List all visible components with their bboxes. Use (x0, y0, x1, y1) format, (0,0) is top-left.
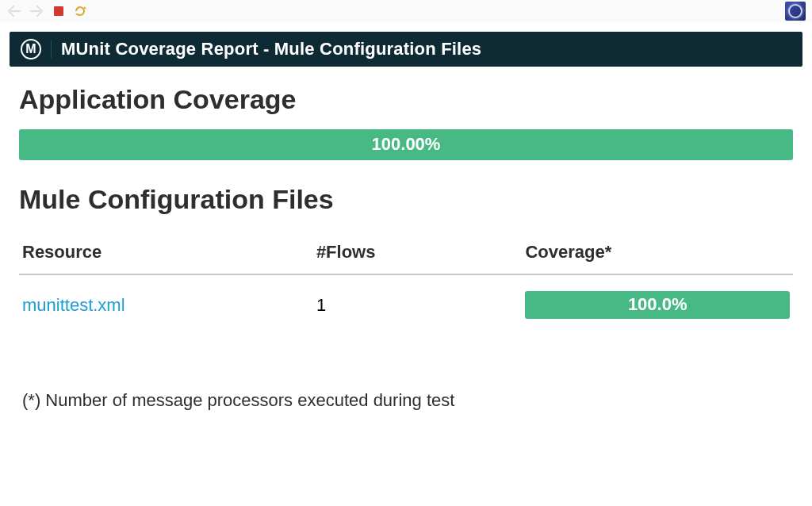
page-title: MUnit Coverage Report - Mule Configurati… (61, 39, 481, 59)
col-flows: #Flows (313, 234, 523, 274)
divider (51, 40, 52, 58)
flows-cell: 1 (313, 274, 523, 335)
refresh-icon (74, 5, 88, 17)
refresh-button[interactable] (73, 3, 89, 19)
footnote: (*) Number of message processors execute… (19, 390, 793, 411)
resource-link[interactable]: munittest.xml (22, 295, 125, 315)
files-heading: Mule Configuration Files (19, 184, 793, 215)
arrow-right-icon (30, 6, 43, 17)
stop-icon (53, 6, 64, 17)
report-container: M MUnit Coverage Report - Mule Configura… (10, 32, 802, 411)
mulesoft-logo-icon: M (21, 39, 41, 59)
report-header: M MUnit Coverage Report - Mule Configura… (10, 32, 802, 67)
report-body: Application Coverage 100.00% Mule Config… (10, 67, 802, 411)
col-coverage: Coverage* (522, 234, 793, 274)
application-coverage-value: 100.00% (372, 134, 441, 154)
svg-rect-0 (54, 6, 63, 16)
files-table: Resource #Flows Coverage* munittest.xml … (19, 234, 793, 335)
application-coverage-heading: Application Coverage (19, 84, 793, 115)
back-button[interactable] (6, 3, 22, 19)
table-row: munittest.xml 1 100.0% (19, 274, 793, 335)
eclipse-logo-icon (785, 2, 806, 21)
stop-button[interactable] (51, 3, 67, 19)
ide-toolbar (0, 0, 812, 22)
forward-button[interactable] (29, 3, 44, 19)
col-resource: Resource (19, 234, 313, 274)
row-coverage-value: 100.0% (628, 294, 688, 314)
application-coverage-bar: 100.00% (19, 129, 793, 160)
row-coverage-bar: 100.0% (525, 291, 790, 319)
arrow-left-icon (8, 6, 21, 17)
